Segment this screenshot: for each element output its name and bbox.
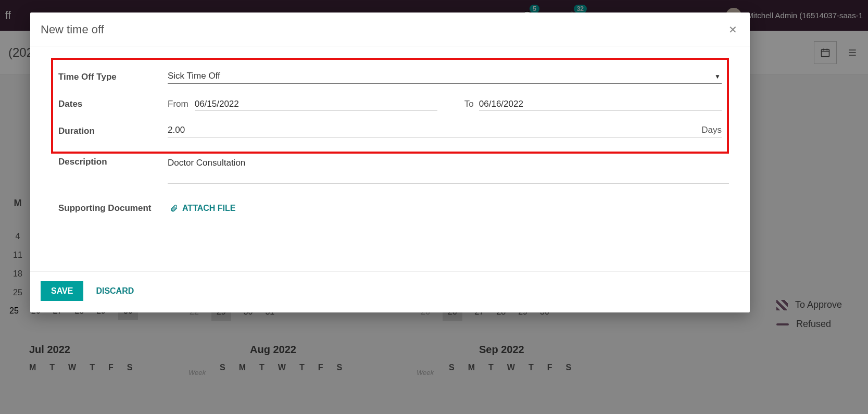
duration-field[interactable]: 2.00 Days — [168, 125, 722, 138]
date-to-input[interactable] — [479, 98, 722, 111]
discard-button[interactable]: DISCARD — [96, 286, 134, 296]
save-button[interactable]: SAVE — [41, 281, 83, 301]
date-from-input[interactable] — [195, 98, 437, 111]
label-time-off-type: Time Off Type — [58, 72, 168, 82]
label-dates: Dates — [58, 99, 168, 109]
close-icon: ✕ — [728, 24, 737, 35]
description-input[interactable]: Doctor Consultation — [168, 157, 729, 184]
modal-title: New time off — [41, 23, 104, 36]
time-off-type-select[interactable]: Sick Time Off ▼ — [168, 71, 722, 84]
description-value: Doctor Consultation — [168, 158, 245, 168]
attach-file-button[interactable]: ATTACH FILE — [170, 204, 236, 213]
new-time-off-modal: New time off ✕ Time Off Type Sick Time O… — [30, 12, 750, 312]
label-description: Description — [58, 157, 168, 167]
time-off-type-value: Sick Time Off — [168, 71, 220, 81]
duration-unit: Days — [701, 125, 722, 135]
paperclip-icon — [170, 204, 178, 212]
from-keyword: From — [168, 99, 188, 109]
label-duration: Duration — [58, 126, 168, 136]
to-keyword: To — [464, 99, 474, 109]
close-button[interactable]: ✕ — [728, 23, 737, 36]
highlighted-fields-box: Time Off Type Sick Time Off ▼ Dates From… — [51, 58, 729, 154]
label-supporting-document: Supporting Document — [58, 203, 168, 214]
duration-value: 2.00 — [168, 125, 185, 135]
chevron-down-icon: ▼ — [714, 73, 721, 80]
